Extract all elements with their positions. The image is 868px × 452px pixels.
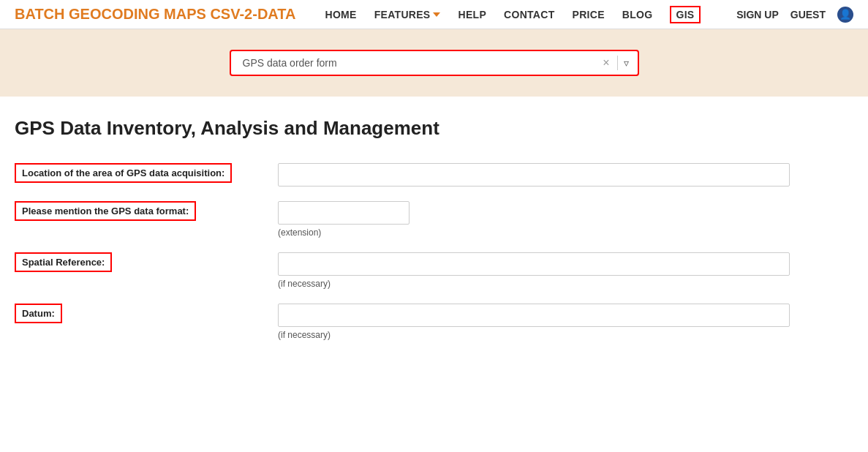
brand-csv: CSV-2-DATA (210, 6, 295, 22)
nav-link-help[interactable]: HELP (458, 9, 486, 20)
form-row-datum: Datum: (if necessary) (15, 304, 790, 340)
input-location[interactable] (278, 163, 790, 187)
form-field-cell-gps-format: (extension) (278, 201, 790, 238)
form-row-location: Location of the area of GPS data acquisi… (15, 163, 790, 187)
label-gps-format: Please mention the GPS data format: (15, 201, 196, 221)
form-row-spatial-ref: Spatial Reference: (if necessary) (15, 252, 790, 289)
user-icon[interactable]: 👤 (837, 7, 853, 23)
label-location: Location of the area of GPS data acquisi… (15, 163, 232, 183)
form-field-cell-location (278, 163, 790, 187)
search-section: × ▿ (0, 29, 868, 97)
nav-item-contact[interactable]: CONTACT (504, 9, 555, 20)
nav-link-guest[interactable]: GUEST (790, 9, 826, 20)
nav-item-features[interactable]: FEATURES (374, 9, 441, 20)
hint-gps-format: (extension) (278, 227, 790, 238)
input-gps-format[interactable] (278, 201, 410, 225)
nav-link-blog[interactable]: BLOG (622, 9, 653, 20)
input-datum[interactable] (278, 304, 790, 327)
nav-link-features[interactable]: FEATURES (374, 9, 441, 20)
nav-item-home[interactable]: HOME (325, 9, 356, 20)
nav-item-help[interactable]: HELP (458, 9, 486, 20)
brand-batch: BATCH GEOCODING MAPS (15, 6, 210, 22)
search-divider (617, 56, 618, 70)
nav-item-blog[interactable]: BLOG (622, 9, 653, 20)
form-field-cell-spatial-ref: (if necessary) (278, 252, 790, 289)
form-field-cell-datum: (if necessary) (278, 304, 790, 340)
label-spatial-ref: Spatial Reference: (15, 252, 112, 272)
nav-links: HOME FEATURES HELP CONTACT PRICE BLOG GI… (325, 9, 700, 20)
hint-spatial-ref: (if necessary) (278, 279, 790, 289)
nav-link-signup[interactable]: SIGN UP (736, 9, 779, 20)
form-label-cell-gps-format: Please mention the GPS data format: (15, 201, 278, 221)
nav-right: SIGN UP GUEST 👤 (736, 7, 853, 23)
search-clear-button[interactable]: × (598, 56, 614, 69)
search-dropdown-button[interactable]: ▿ (621, 57, 632, 69)
features-dropdown-arrow (433, 12, 440, 17)
page-title: GPS Data Inventory, Analysis and Managem… (15, 117, 790, 140)
nav-item-price[interactable]: PRICE (573, 9, 605, 20)
input-spatial-ref[interactable] (278, 252, 790, 276)
form-label-cell-spatial-ref: Spatial Reference: (15, 252, 278, 272)
hint-datum: (if necessary) (278, 330, 790, 340)
main-content: GPS Data Inventory, Analysis and Managem… (0, 97, 804, 384)
nav-link-home[interactable]: HOME (325, 9, 356, 20)
brand-logo[interactable]: BATCH GEOCODING MAPS CSV-2-DATA (15, 6, 295, 23)
nav-link-contact[interactable]: CONTACT (504, 9, 555, 20)
nav-item-gis[interactable]: GIS (670, 9, 700, 20)
nav-link-price[interactable]: PRICE (573, 9, 605, 20)
search-input[interactable] (237, 54, 599, 72)
form-row-gps-format: Please mention the GPS data format: (ext… (15, 201, 790, 238)
label-datum: Datum: (15, 304, 62, 323)
nav-link-gis[interactable]: GIS (670, 6, 700, 23)
search-box: × ▿ (230, 50, 639, 76)
form-label-cell-datum: Datum: (15, 304, 278, 323)
form-label-cell-location: Location of the area of GPS data acquisi… (15, 163, 278, 183)
navbar: BATCH GEOCODING MAPS CSV-2-DATA HOME FEA… (0, 0, 868, 29)
